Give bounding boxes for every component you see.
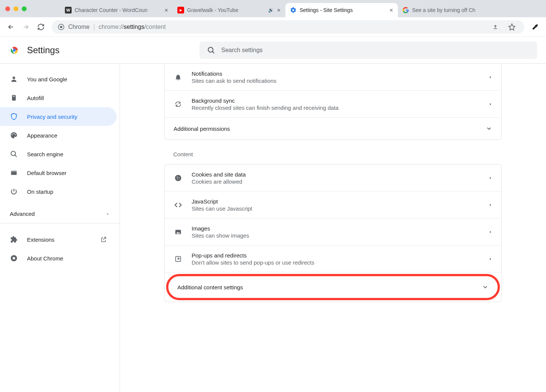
image-icon xyxy=(174,228,183,236)
search-settings-input[interactable]: Search settings xyxy=(200,42,537,59)
settings-favicon-icon xyxy=(290,7,297,13)
search-icon xyxy=(207,46,215,54)
row-title: Cookies and site data xyxy=(192,171,480,178)
sidebar-item-label: Extensions xyxy=(27,236,54,243)
address-bar[interactable]: Chrome | chrome://settings/content xyxy=(52,20,524,34)
expandable-label: Additional content settings xyxy=(177,284,243,290)
person-icon xyxy=(10,75,18,83)
row-title: Notifications xyxy=(192,70,480,77)
close-tab-icon[interactable]: ✕ xyxy=(164,7,168,13)
chevron-down-icon xyxy=(482,284,489,290)
svg-point-9 xyxy=(11,151,16,156)
sidebar-advanced-toggle[interactable]: Advanced xyxy=(0,205,120,223)
external-link-icon xyxy=(100,236,107,243)
share-icon[interactable] xyxy=(489,21,502,33)
row-subtitle: Cookies are allowed xyxy=(192,178,480,185)
maximize-window-button[interactable] xyxy=(22,6,27,11)
tabs-container: W Character Counter - WordCoun ✕ ▶ Grave… xyxy=(60,0,546,17)
chevron-right-icon xyxy=(489,229,492,235)
site-info-icon[interactable] xyxy=(58,24,64,30)
browser-tab-settings[interactable]: Settings - Site Settings ✕ xyxy=(285,3,398,17)
close-tab-icon[interactable]: ✕ xyxy=(277,7,281,13)
svg-rect-7 xyxy=(12,95,16,101)
content-section-label: Content xyxy=(164,140,502,164)
sidebar-item-label: Search engine xyxy=(27,151,63,157)
browser-tab-wordcounter[interactable]: W Character Counter - WordCoun ✕ xyxy=(60,3,173,17)
svg-rect-11 xyxy=(11,171,17,172)
sidebar-item-appearance[interactable]: Appearance xyxy=(0,126,117,145)
settings-sidebar: You and Google Autofill Privacy and secu… xyxy=(0,64,120,392)
svg-point-17 xyxy=(177,178,178,179)
palette-icon xyxy=(10,132,18,139)
cookie-icon xyxy=(174,174,183,182)
browser-tab-google[interactable]: See a site by turning off Ch xyxy=(398,3,495,17)
chrome-icon xyxy=(10,254,18,262)
additional-permissions-toggle[interactable]: Additional permissions xyxy=(165,118,501,139)
setting-row-javascript[interactable]: JavaScript Sites can use Javascript xyxy=(165,192,501,218)
settings-content: Notifications Sites can ask to send noti… xyxy=(120,64,546,392)
omnibox-url: chrome://settings/content xyxy=(99,24,166,30)
sidebar-item-label: Privacy and security xyxy=(27,114,77,120)
svg-point-4 xyxy=(13,49,15,51)
youtube-favicon-icon: ▶ xyxy=(177,7,184,13)
row-title: Images xyxy=(192,225,480,232)
sidebar-item-you-and-google[interactable]: You and Google xyxy=(0,70,117,88)
setting-row-notifications[interactable]: Notifications Sites can ask to send noti… xyxy=(165,64,501,91)
back-button[interactable] xyxy=(4,21,17,33)
minimize-window-button[interactable] xyxy=(14,6,18,11)
settings-header: Settings Search settings xyxy=(0,37,546,64)
row-subtitle: Recently closed sites can finish sending… xyxy=(192,105,480,111)
sidebar-item-autofill[interactable]: Autofill xyxy=(0,88,117,107)
page-title: Settings xyxy=(27,45,60,55)
setting-row-background-sync[interactable]: Background sync Recently closed sites ca… xyxy=(165,91,501,118)
sidebar-item-search-engine[interactable]: Search engine xyxy=(0,145,117,163)
mute-tab-icon[interactable]: 🔊 xyxy=(268,7,274,13)
chevron-right-icon xyxy=(489,75,492,80)
tab-title: Gravelwalk - YouTube xyxy=(187,7,265,13)
close-tab-icon[interactable]: ✕ xyxy=(389,7,393,13)
browser-toolbar: Chrome | chrome://settings/content xyxy=(0,17,546,37)
shield-icon xyxy=(10,113,18,120)
sidebar-item-privacy-security[interactable]: Privacy and security xyxy=(0,107,117,126)
chevron-right-icon xyxy=(489,175,492,181)
sidebar-item-label: Default browser xyxy=(27,170,66,176)
sidebar-item-label: About Chrome xyxy=(27,255,63,262)
power-icon xyxy=(10,188,18,195)
row-title: JavaScript xyxy=(192,198,480,205)
popup-icon xyxy=(174,255,183,263)
row-subtitle: Don't allow sites to send pop-ups or use… xyxy=(192,259,480,266)
forward-button[interactable] xyxy=(20,21,32,33)
advanced-label: Advanced xyxy=(10,211,35,217)
sidebar-item-default-browser[interactable]: Default browser xyxy=(0,163,117,182)
bookmark-icon[interactable] xyxy=(506,21,518,33)
chrome-logo-icon xyxy=(9,45,20,55)
sidebar-item-on-startup[interactable]: On startup xyxy=(0,182,117,201)
eyedropper-icon[interactable] xyxy=(529,21,542,33)
browser-tab-youtube[interactable]: ▶ Gravelwalk - YouTube 🔊 ✕ xyxy=(173,3,285,17)
search-placeholder: Search settings xyxy=(221,47,262,54)
setting-row-popups[interactable]: Pop-ups and redirects Don't allow sites … xyxy=(165,245,501,272)
sidebar-item-extensions[interactable]: Extensions xyxy=(0,230,117,249)
setting-row-cookies[interactable]: Cookies and site data Cookies are allowe… xyxy=(165,165,501,192)
expandable-label: Additional permissions xyxy=(174,126,230,132)
row-title: Background sync xyxy=(192,97,480,104)
reload-button[interactable] xyxy=(34,21,47,33)
svg-point-13 xyxy=(13,257,15,260)
row-subtitle: Sites can show images xyxy=(192,232,480,239)
additional-content-settings-toggle[interactable]: Additional content settings xyxy=(166,274,500,300)
sidebar-item-label: Autofill xyxy=(27,95,44,101)
google-favicon-icon xyxy=(402,7,409,13)
sidebar-item-about-chrome[interactable]: About Chrome xyxy=(0,249,117,268)
svg-point-16 xyxy=(179,177,180,178)
row-subtitle: Sites can use Javascript xyxy=(192,205,480,212)
close-window-button[interactable] xyxy=(5,6,10,11)
setting-row-images[interactable]: Images Sites can show images xyxy=(165,218,501,245)
wordcounter-favicon-icon: W xyxy=(65,7,72,13)
svg-point-5 xyxy=(208,47,213,52)
extension-icon xyxy=(10,236,18,243)
search-icon xyxy=(10,150,18,158)
svg-rect-8 xyxy=(13,96,15,97)
sidebar-item-label: You and Google xyxy=(27,76,67,82)
sync-icon xyxy=(174,100,183,108)
bell-icon xyxy=(174,73,183,81)
